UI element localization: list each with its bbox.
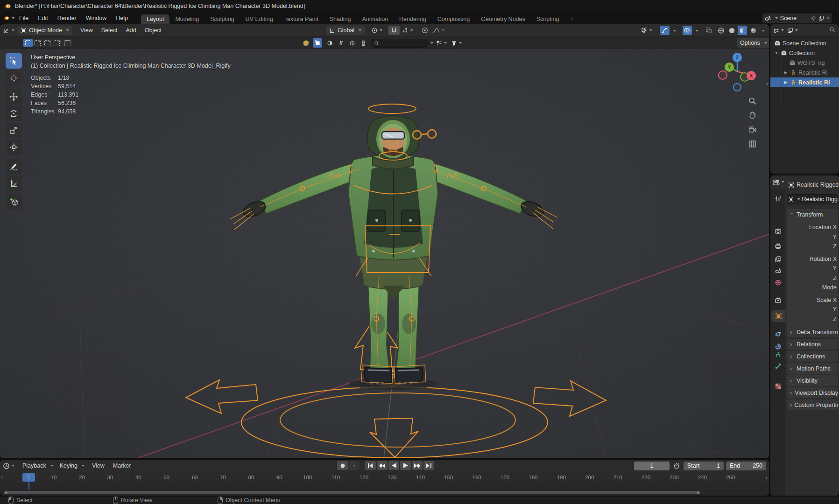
display-mode-dropdown[interactable] xyxy=(436,38,447,48)
filter-funnel-dropdown[interactable] xyxy=(451,38,462,48)
shading-wireframe-button[interactable] xyxy=(716,26,726,35)
navigation-gizmo[interactable]: Z Y X xyxy=(716,50,759,93)
tool-measure[interactable] xyxy=(6,175,22,191)
menu-edit[interactable]: Edit xyxy=(33,15,53,21)
timeline-menu-keying[interactable]: Keying xyxy=(56,461,88,470)
tab-collection[interactable] xyxy=(770,294,785,306)
tab-tool[interactable] xyxy=(770,192,785,204)
select-mode-intersect-button[interactable] xyxy=(63,39,72,47)
gizmo-neg-x[interactable] xyxy=(719,71,727,79)
timeline-menu-view[interactable]: View xyxy=(88,462,109,469)
transform-orientation-dropdown[interactable]: Global xyxy=(326,26,365,35)
toggle-xray[interactable] xyxy=(704,26,713,35)
outliner-search-icon[interactable] xyxy=(829,27,835,34)
relations-panel[interactable]: ›Relations xyxy=(787,339,838,350)
proportional-editing-toggle[interactable] xyxy=(420,26,430,35)
previous-keyframe-button[interactable] xyxy=(377,461,388,470)
play-button[interactable] xyxy=(400,461,411,470)
workspace-tab-rendering[interactable]: Rendering xyxy=(394,14,432,25)
menu-window[interactable]: Window xyxy=(81,15,111,21)
tab-texture[interactable] xyxy=(770,380,785,392)
timeline-ruler[interactable]: 1020304050607080901001101201301401501601… xyxy=(0,472,769,483)
workspace-tab-layout[interactable]: Layout xyxy=(141,14,170,25)
viewport-display-panel[interactable]: ›Viewport Display xyxy=(787,387,838,398)
timeline-scrollbar-track[interactable] xyxy=(0,490,769,496)
scene-selector[interactable]: Scene × xyxy=(762,13,832,23)
tool-transform[interactable] xyxy=(6,140,22,155)
tab-output[interactable] xyxy=(770,240,785,252)
timeline-scrollbar[interactable] xyxy=(4,491,700,494)
properties-editor-type-button[interactable] xyxy=(773,177,784,187)
show-object-types-dropdown[interactable] xyxy=(641,26,652,35)
filter-light-toggle[interactable] xyxy=(359,38,368,48)
tool-add-cube[interactable] xyxy=(6,194,22,210)
object-name-field[interactable]: Realistic Rigg xyxy=(787,194,838,204)
start-frame-field[interactable]: Start1 xyxy=(684,462,724,470)
show-gizmo-toggle[interactable] xyxy=(660,26,670,35)
workspace-tab-uv-editing[interactable]: UV Editing xyxy=(240,14,279,25)
outliner-row-collection[interactable]: ▼ Collection xyxy=(770,48,839,58)
filter-armature-toggle[interactable] xyxy=(336,38,345,48)
pan-view-icon[interactable] xyxy=(747,109,758,120)
shading-material-preview-button[interactable] xyxy=(738,26,747,35)
end-frame-field[interactable]: End250 xyxy=(726,462,766,470)
new-scene-icon[interactable] xyxy=(818,15,824,21)
snap-toggle[interactable] xyxy=(388,26,400,35)
outliner-row-scene-collection[interactable]: Scene Collection xyxy=(770,38,839,48)
snap-target-dropdown[interactable] xyxy=(402,26,413,35)
tool-rotate[interactable] xyxy=(6,106,22,121)
shading-solid-button[interactable] xyxy=(727,26,736,35)
menu-render[interactable]: Render xyxy=(53,15,81,21)
tool-scale[interactable] xyxy=(6,123,22,138)
3d-viewport[interactable]: Object Mode View Select Add Object Globa… xyxy=(0,24,769,458)
outliner-filter-dropdown[interactable] xyxy=(773,26,784,35)
delta-transform-subpanel-header[interactable]: › Delta Transform xyxy=(787,327,838,337)
tool-move[interactable] xyxy=(6,89,22,105)
filter-empty-toggle[interactable] xyxy=(347,38,357,48)
browse-id-icon[interactable] xyxy=(301,38,310,48)
outliner-row-armature-1[interactable]: ▶ Realistic Ri xyxy=(770,68,839,77)
next-keyframe-button[interactable] xyxy=(412,461,423,470)
tab-object-active[interactable] xyxy=(771,310,785,322)
workspace-tab-texture-paint[interactable]: Texture Paint xyxy=(279,14,324,25)
scrollbar-right-handle[interactable] xyxy=(697,491,699,494)
menu-viewport-object[interactable]: Object xyxy=(141,27,166,34)
pivot-point-dropdown[interactable] xyxy=(371,26,382,35)
select-mode-set-button[interactable] xyxy=(23,39,33,47)
auto-keying-record-button[interactable] xyxy=(337,461,348,470)
tab-view-layer[interactable] xyxy=(770,253,785,265)
proportional-falloff-dropdown[interactable] xyxy=(432,26,444,35)
menu-viewport-add[interactable]: Add xyxy=(122,27,141,34)
toggle-ortho-icon[interactable] xyxy=(747,138,758,149)
play-reverse-button[interactable] xyxy=(388,461,399,470)
tab-armature-data[interactable] xyxy=(770,349,785,361)
pin-icon[interactable] xyxy=(811,15,816,21)
workspace-tab-modeling[interactable]: Modeling xyxy=(169,14,204,25)
keying-set-dropdown[interactable] xyxy=(349,461,360,470)
menu-viewport-view[interactable]: View xyxy=(76,27,97,34)
menu-file[interactable]: File xyxy=(14,15,33,21)
timeline-collapse-arrow[interactable]: ‹ xyxy=(766,475,768,481)
expand-triangle-icon[interactable]: ▶ xyxy=(783,70,788,75)
collections-panel[interactable]: ›Collections xyxy=(787,351,838,362)
workspace-tab-shading[interactable]: Shading xyxy=(324,14,357,25)
mode-selector[interactable]: Object Mode xyxy=(17,26,72,35)
select-mode-subtract-button[interactable]: − xyxy=(43,39,52,47)
viewport-search-input[interactable] xyxy=(371,39,429,48)
blender-menu-button[interactable] xyxy=(3,14,14,23)
tab-scene[interactable] xyxy=(770,264,785,276)
timeline-scrub-area[interactable] xyxy=(0,483,769,490)
expand-triangle-icon[interactable]: ▶ xyxy=(783,80,788,84)
workspace-tab-sculpting[interactable]: Sculpting xyxy=(204,14,240,25)
visibility-panel[interactable]: ›Visibility xyxy=(787,375,838,386)
expand-triangle-icon[interactable]: ▼ xyxy=(774,51,779,55)
jump-to-end-button[interactable] xyxy=(423,461,434,470)
shading-rendered-button[interactable] xyxy=(748,26,758,35)
workspace-tab-scripting[interactable]: Scripting xyxy=(531,14,565,25)
add-workspace-button[interactable]: + xyxy=(564,14,579,25)
motion-paths-panel[interactable]: ›Motion Paths xyxy=(787,363,838,374)
region-collapse-arrow[interactable]: ‹ xyxy=(766,80,768,87)
filter-curve-toggle[interactable] xyxy=(325,38,334,48)
tool-cursor[interactable] xyxy=(6,70,22,86)
outliner-row-wgts-rig[interactable]: WGTS_rig xyxy=(770,58,839,68)
